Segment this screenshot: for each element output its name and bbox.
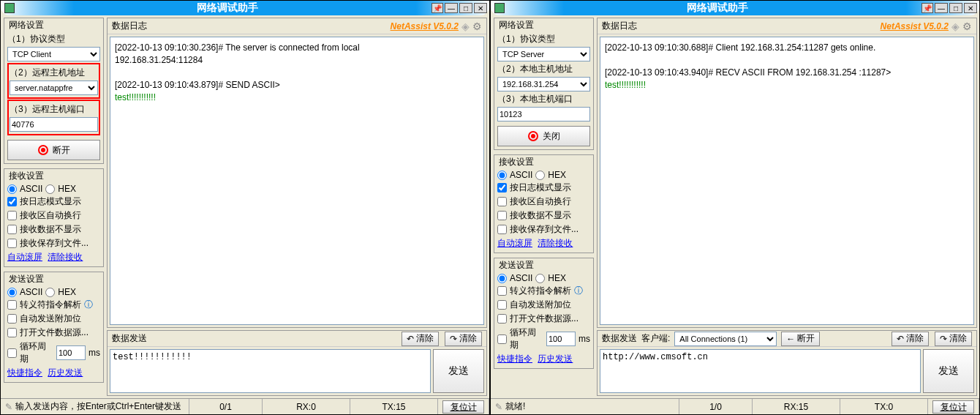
record-icon bbox=[38, 145, 48, 155]
send-loop-input[interactable] bbox=[56, 345, 86, 360]
remote-host-input[interactable]: server.natappfre bbox=[10, 81, 98, 95]
autoscroll-link[interactable]: 自动滚屏 bbox=[497, 238, 532, 248]
statusbar: ✎就绪! 1/0 RX:15 TX:0 复位计数 bbox=[491, 398, 979, 414]
send-openfile-check[interactable] bbox=[7, 328, 17, 337]
protocol-select[interactable]: TCP Client bbox=[7, 47, 100, 61]
send-loop-check[interactable] bbox=[7, 348, 17, 358]
titlebar[interactable]: 网络调试助手 📌 — □ ✕ bbox=[491, 1, 979, 15]
brand-link[interactable]: NetAssist V5.0.2 bbox=[391, 21, 459, 31]
protocol-label: （1）协议类型 bbox=[497, 33, 555, 45]
recv-hide-check[interactable] bbox=[7, 225, 17, 234]
clear-down-button[interactable]: ↷ 清除 bbox=[445, 332, 482, 346]
window-client: 网络调试助手 📌 — □ ✕ 网络设置 （1）协议类型 TCP Client （… bbox=[0, 0, 490, 415]
disconnect-client-button[interactable]: ← 断开 bbox=[781, 332, 820, 346]
recv-logmode-check[interactable] bbox=[7, 197, 17, 206]
local-port-input[interactable] bbox=[497, 107, 590, 121]
history-send-link[interactable]: 历史发送 bbox=[538, 354, 573, 364]
recv-logmode-check[interactable] bbox=[497, 183, 507, 192]
titlebar[interactable]: 网络调试助手 📌 — □ ✕ bbox=[1, 1, 489, 15]
send-loop-check[interactable] bbox=[497, 334, 507, 344]
recv-ascii-radio[interactable] bbox=[7, 184, 17, 194]
pin-icon[interactable]: 📌 bbox=[921, 3, 933, 13]
send-settings-group: 发送设置 ASCII HEX 转义符指令解析ⓘ 自动发送附加位 打开文件数据源.… bbox=[4, 272, 104, 383]
close-button[interactable]: ✕ bbox=[474, 3, 487, 13]
close-server-button[interactable]: 关闭 bbox=[497, 126, 590, 146]
status-tx: TX:0 bbox=[840, 399, 928, 414]
reset-count-button[interactable]: 复位计数 bbox=[442, 400, 484, 414]
recv-wrap-check[interactable] bbox=[7, 211, 17, 220]
send-hex-radio[interactable] bbox=[45, 288, 55, 297]
send-input[interactable] bbox=[110, 349, 431, 393]
send-ascii-radio[interactable] bbox=[7, 288, 17, 297]
send-button[interactable]: 发送 bbox=[923, 349, 974, 393]
recv-hex-radio[interactable] bbox=[535, 171, 545, 180]
protocol-select[interactable]: TCP Server bbox=[497, 47, 590, 61]
recv-settings-group: 接收设置 ASCII HEX 按日志模式显示 接收区自动换行 接收数据不显示 接… bbox=[494, 154, 594, 253]
log-area[interactable]: [2022-10-13 09:10:30.688]# Client 192.16… bbox=[600, 37, 974, 325]
clear-up-button[interactable]: ↶ 清除 bbox=[402, 332, 439, 346]
send-panel: 数据发送 客户端: All Connections (1) ← 断开 ↶ 清除 … bbox=[597, 330, 977, 396]
clear-down-button[interactable]: ↷ 清除 bbox=[935, 332, 972, 346]
gear-icon[interactable]: ⚙ bbox=[472, 20, 482, 32]
maximize-button[interactable]: □ bbox=[459, 3, 472, 13]
info-icon[interactable]: ⓘ bbox=[574, 285, 583, 297]
send-autoextra-check[interactable] bbox=[497, 300, 507, 310]
recv-hide-check[interactable] bbox=[497, 211, 507, 220]
window-title: 网络调试助手 bbox=[23, 1, 431, 15]
recv-ascii-radio[interactable] bbox=[497, 171, 507, 180]
send-escape-check[interactable] bbox=[497, 286, 507, 296]
recv-wrap-check[interactable] bbox=[497, 197, 507, 206]
pin-icon[interactable]: 📌 bbox=[431, 3, 443, 13]
minimize-button[interactable]: — bbox=[935, 3, 948, 13]
sidebar: 网络设置 （1）协议类型 TCP Client （2）远程主机地址 server… bbox=[1, 15, 107, 398]
quick-cmd-link[interactable]: 快捷指令 bbox=[497, 354, 532, 364]
disconnect-button[interactable]: 断开 bbox=[7, 140, 100, 160]
log-area[interactable]: [2022-10-13 09:10:30.236]# The server is… bbox=[110, 37, 484, 325]
status-tx: TX:15 bbox=[350, 399, 438, 414]
local-host-input[interactable]: 192.168.31.254 bbox=[497, 77, 590, 91]
status-count: 0/1 bbox=[189, 399, 263, 414]
history-send-link[interactable]: 历史发送 bbox=[48, 367, 83, 378]
send-panel-title: 数据发送 bbox=[602, 332, 637, 345]
status-hint: 输入发送内容，按Enter或Ctrl+Enter键发送 bbox=[15, 400, 181, 413]
log-title: 数据日志 bbox=[112, 20, 147, 32]
send-autoextra-check[interactable] bbox=[7, 314, 17, 324]
brand-link[interactable]: NetAssist V5.0.2 bbox=[881, 21, 949, 31]
send-openfile-check[interactable] bbox=[497, 314, 507, 324]
local-host-label: （2）本地主机地址 bbox=[497, 63, 573, 75]
quick-cmd-link[interactable]: 快捷指令 bbox=[7, 367, 42, 378]
send-hex-radio[interactable] bbox=[535, 274, 545, 283]
main-pane: 数据日志 NetAssist V5.0.2 ◈ ⚙ [2022-10-13 09… bbox=[597, 15, 979, 398]
recv-savefile-check[interactable] bbox=[7, 239, 17, 248]
send-input[interactable] bbox=[600, 349, 921, 393]
client-select[interactable]: All Connections (1) bbox=[674, 332, 777, 346]
log-panel: 数据日志 NetAssist V5.0.2 ◈ ⚙ [2022-10-13 09… bbox=[107, 18, 487, 328]
send-panel: 数据发送 ↶ 清除 ↷ 清除 发送 bbox=[107, 330, 487, 396]
reset-count-button[interactable]: 复位计数 bbox=[932, 400, 974, 414]
network-settings-title: 网络设置 bbox=[7, 19, 45, 31]
sidebar: 网络设置 （1）协议类型 TCP Server （2）本地主机地址 192.16… bbox=[491, 15, 597, 398]
send-button[interactable]: 发送 bbox=[433, 349, 484, 393]
clear-recv-link[interactable]: 清除接收 bbox=[538, 238, 573, 248]
close-button[interactable]: ✕ bbox=[964, 3, 977, 13]
autoscroll-link[interactable]: 自动滚屏 bbox=[7, 252, 42, 262]
recv-savefile-check[interactable] bbox=[497, 225, 507, 234]
remote-port-highlight: （3）远程主机端口 bbox=[7, 100, 100, 135]
remote-port-label: （3）远程主机端口 bbox=[10, 103, 85, 116]
remote-port-input[interactable] bbox=[10, 117, 98, 132]
send-settings-group: 发送设置 ASCII HEX 转义符指令解析ⓘ 自动发送附加位 打开文件数据源.… bbox=[494, 258, 594, 369]
maximize-button[interactable]: □ bbox=[949, 3, 962, 13]
send-loop-input[interactable] bbox=[546, 332, 576, 346]
send-ascii-radio[interactable] bbox=[497, 274, 507, 283]
diamond-icon[interactable]: ◈ bbox=[461, 20, 470, 32]
recv-settings-title: 接收设置 bbox=[7, 170, 45, 182]
send-escape-check[interactable] bbox=[7, 300, 17, 310]
gear-icon[interactable]: ⚙ bbox=[962, 20, 972, 32]
clear-recv-link[interactable]: 清除接收 bbox=[48, 252, 83, 262]
remote-host-highlight: （2）远程主机地址 server.natappfre bbox=[7, 63, 100, 99]
diamond-icon[interactable]: ◈ bbox=[951, 20, 960, 32]
recv-hex-radio[interactable] bbox=[45, 184, 55, 194]
clear-up-button[interactable]: ↶ 清除 bbox=[892, 332, 929, 346]
info-icon[interactable]: ⓘ bbox=[84, 299, 93, 311]
minimize-button[interactable]: — bbox=[445, 3, 458, 13]
